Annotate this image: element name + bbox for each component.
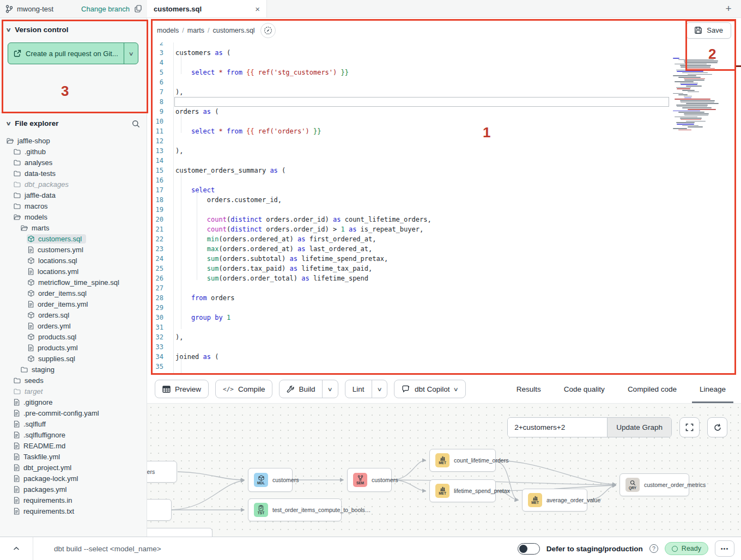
tree-item--pre-commit-config-yaml[interactable]: .pre-commit-config.yaml	[3, 407, 143, 418]
update-graph-button[interactable]: Update Graph	[607, 418, 671, 437]
tree-item--github[interactable]: .github	[3, 146, 143, 157]
code-line-23[interactable]: 23 max(orders.ordered_at) as last_ordere…	[147, 244, 741, 254]
lineage-node-stg-customers[interactable]: stg_customers	[147, 461, 177, 483]
tree-item-customers-yml[interactable]: customers.yml	[3, 244, 143, 255]
tree-item-analyses[interactable]: analyses	[3, 157, 143, 168]
more-options-button[interactable]: •••	[715, 540, 734, 557]
lineage-panel[interactable]: stg_customersordersMDLcustomersTSTtest_o…	[147, 403, 741, 537]
lineage-node-test-order-items-compute-to-bools-[interactable]: TSTtest_order_items_compute_to_bools…	[248, 498, 342, 521]
code-line-17[interactable]: 17 select	[147, 185, 741, 195]
tree-item--gitignore[interactable]: .gitignore	[3, 397, 143, 407]
chevron-up-icon[interactable]	[0, 545, 33, 552]
tree-item-orders-yml[interactable]: orders.yml	[3, 320, 143, 331]
code-line-6[interactable]: 6	[147, 77, 741, 87]
code-minimap[interactable]	[673, 58, 718, 134]
tree-item-macros[interactable]: macros	[3, 200, 143, 211]
code-line-4[interactable]: 4	[147, 58, 741, 68]
tree-item-products-yml[interactable]: products.yml	[3, 342, 143, 353]
code-line-32[interactable]: 32),	[147, 332, 741, 342]
code-line-12[interactable]: 12	[147, 136, 741, 146]
code-line-2[interactable]: 2	[147, 42, 741, 48]
refresh-button[interactable]	[707, 417, 727, 437]
tree-item-packages-yml[interactable]: packages.yml	[3, 484, 143, 495]
defer-toggle[interactable]	[518, 543, 540, 555]
tree-item-data-tests[interactable]: data-tests	[3, 168, 143, 179]
tree-item-locations-sql[interactable]: locations.sql	[3, 255, 143, 266]
create-pull-request-main[interactable]: Create a pull request on Git...	[8, 43, 124, 64]
code-line-20[interactable]: 20 count(distinct orders.order_id) as co…	[147, 215, 741, 224]
cli-command-text[interactable]: dbt build --select <model_name>	[54, 545, 161, 553]
pr-dropdown-caret[interactable]: ∨	[124, 43, 138, 64]
tab-close-icon[interactable]: ×	[255, 5, 260, 13]
breadcrumb-item[interactable]: marts	[187, 27, 204, 34]
search-icon[interactable]	[132, 120, 140, 130]
tree-item-locations-yml[interactable]: locations.yml	[3, 266, 143, 277]
code-line-9[interactable]: 9orders as (	[147, 107, 741, 117]
copy-branch-icon[interactable]	[135, 5, 142, 13]
code-line-10[interactable]: 10	[147, 117, 741, 126]
tree-item-metricflow-time-spine-sql[interactable]: metricflow_time_spine.sql	[3, 277, 143, 288]
tree-item-models[interactable]: models	[3, 211, 143, 222]
result-tab-compiled-code[interactable]: Compiled code	[628, 375, 677, 403]
tree-item-marts[interactable]: marts	[3, 222, 143, 233]
compass-icon-button[interactable]	[260, 23, 276, 38]
preview-button[interactable]: Preview	[155, 380, 209, 398]
tree-item-requirements-in[interactable]: requirements.in	[3, 495, 143, 506]
code-line-31[interactable]: 31	[147, 322, 741, 332]
create-pull-request-button[interactable]: Create a pull request on Git... ∨	[8, 42, 138, 64]
code-line-14[interactable]: 14	[147, 156, 741, 166]
tree-item--sqlfluff[interactable]: .sqlfluff	[3, 418, 143, 429]
tree-item-supplies-sql[interactable]: supplies.sql	[3, 353, 143, 364]
lineage-node-customers[interactable]: MDLcustomers	[248, 468, 293, 492]
lineage-node-customers[interactable]: SEMcustomers	[347, 468, 392, 492]
code-line-24[interactable]: 24 sum(orders.subtotal) as lifetime_spen…	[147, 254, 741, 264]
tree-item-jaffle-data[interactable]: jaffle-data	[3, 190, 143, 200]
code-line-30[interactable]: 30 group by 1	[147, 313, 741, 322]
code-line-13[interactable]: 13),	[147, 146, 741, 156]
lineage-node-count-lifetime-orders[interactable]: METcount_lifetime_orders	[429, 449, 496, 472]
tree-item-readme-md[interactable]: README.md	[3, 440, 143, 451]
code-line-35[interactable]: 35	[147, 362, 741, 372]
tree-item-staging[interactable]: staging	[3, 364, 143, 375]
new-tab-button[interactable]: +	[716, 0, 741, 17]
code-line-27[interactable]: 27	[147, 283, 741, 293]
lint-dropdown-caret[interactable]: ∨	[372, 380, 387, 398]
tree-item--sqlfluffignore[interactable]: .sqlfluffignore	[3, 429, 143, 440]
code-editor[interactable]: 23customers as (45 select * from {{ ref(…	[147, 42, 741, 375]
tree-item-requirements-txt[interactable]: requirements.txt	[3, 506, 143, 516]
code-line-26[interactable]: 26 sum(orders.order_total) as lifetime_s…	[147, 273, 741, 283]
lineage-node-average-order-value[interactable]: METaverage_order_value	[522, 489, 587, 512]
code-line-16[interactable]: 16	[147, 175, 741, 185]
code-line-19[interactable]: 19	[147, 205, 741, 215]
tree-item-order-items-yml[interactable]: order_items.yml	[3, 299, 143, 309]
code-line-34[interactable]: 34joined as (	[147, 352, 741, 362]
code-line-33[interactable]: 33	[147, 342, 741, 352]
compile-button[interactable]: </> Compile	[215, 380, 272, 398]
code-line-7[interactable]: 7),	[147, 87, 741, 97]
breadcrumb-item[interactable]: models	[157, 27, 179, 34]
tree-item-seeds[interactable]: seeds	[3, 375, 143, 386]
build-button[interactable]: Build ∨	[279, 380, 338, 398]
file-explorer-header[interactable]: ∨ File explorer	[0, 112, 147, 132]
tree-item-order-items-sql[interactable]: order_items.sql	[3, 288, 143, 299]
code-line-22[interactable]: 22 min(orders.ordered_at) as first_order…	[147, 234, 741, 244]
build-dropdown-caret[interactable]: ∨	[322, 380, 337, 398]
lineage-node-partial[interactable]	[147, 528, 212, 537]
ready-status-badge[interactable]: Ready	[665, 542, 708, 555]
breadcrumb-item[interactable]: customers.sql	[213, 27, 255, 34]
code-line-3[interactable]: 3customers as (	[147, 48, 741, 58]
result-tab-lineage[interactable]: Lineage	[700, 375, 726, 403]
dbt-copilot-button[interactable]: dbt Copilot ∨	[394, 380, 466, 398]
lint-button[interactable]: Lint ∨	[345, 380, 387, 398]
result-tab-code-quality[interactable]: Code quality	[564, 375, 605, 403]
lineage-node-lifetime-spend-pretax[interactable]: METlifetime_spend_pretax	[429, 479, 496, 502]
tree-item-dbt-project-yml[interactable]: dbt_project.yml	[3, 462, 143, 473]
code-line-29[interactable]: 29	[147, 303, 741, 313]
tree-item-target[interactable]: target	[3, 386, 143, 397]
code-line-18[interactable]: 18 orders.customer_id,	[147, 195, 741, 205]
lineage-node-customer-order-metrics[interactable]: QRYcustomer_order_metrics	[619, 473, 689, 496]
code-line-11[interactable]: 11 select * from {{ ref('orders') }}	[147, 126, 741, 136]
lineage-node-orders[interactable]: orders	[147, 499, 172, 521]
tree-item-taskfile-yml[interactable]: Taskfile.yml	[3, 451, 143, 462]
code-line-8[interactable]: 8	[147, 97, 741, 107]
